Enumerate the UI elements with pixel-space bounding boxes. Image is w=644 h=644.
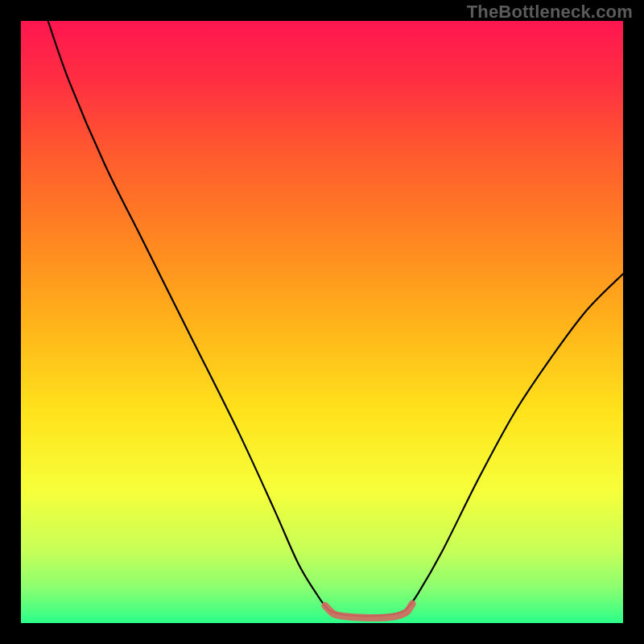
chart-frame: TheBottleneck.com (0, 0, 644, 644)
plot-background (21, 21, 623, 623)
bottleneck-chart (0, 0, 644, 644)
watermark-text: TheBottleneck.com (467, 2, 633, 23)
